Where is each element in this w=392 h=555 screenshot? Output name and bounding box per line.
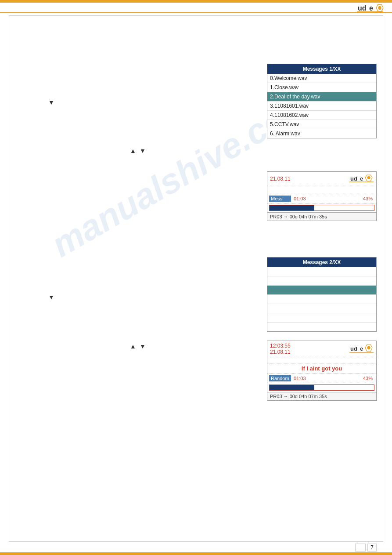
svg-text:ud: ud — [350, 175, 357, 182]
player-info-1: Mess 01:03 43% — [267, 194, 376, 203]
player-bottom-1: PR03 → 00d 04h 07m 35s — [267, 213, 376, 221]
arrow-down-1: ▼ — [48, 99, 54, 106]
progress-bar-inner-1 — [270, 205, 314, 210]
svg-marker-14 — [367, 346, 370, 349]
top-orange-bar — [0, 0, 392, 3]
progress-bar-outer-2 — [269, 385, 374, 391]
player-info-2: Random 01:03 43% — [267, 374, 376, 383]
bottom-orange-bar — [0, 552, 392, 555]
arrow-down-2: ▼ — [140, 147, 146, 154]
player-top-1: 21.08.11 ud e — [267, 172, 376, 186]
messages-row-6[interactable]: 6. Alarm.wav — [267, 129, 376, 138]
messages-row-1[interactable]: 1.Close.wav — [267, 83, 376, 92]
page-num-value: 7 — [367, 544, 377, 551]
player-date-1: 21.08.11 — [270, 176, 347, 182]
player-label-2: Random — [269, 375, 291, 381]
player-time-1: 01:03 — [291, 196, 309, 202]
ude-logo-top: ud e — [357, 4, 383, 11]
svg-text:e: e — [360, 175, 363, 182]
player-panel-2: 12:03:55 21.08.11 ud e If I aint got you… — [267, 341, 377, 401]
player-logo-2: ud e — [349, 343, 374, 356]
page-number-area: 7 — [355, 544, 377, 551]
messages-row2-0[interactable] — [267, 267, 376, 276]
svg-text:ud: ud — [350, 345, 357, 352]
messages-row-5[interactable]: 5.CCTV.wav — [267, 120, 376, 129]
messages-row2-4[interactable] — [267, 304, 376, 313]
messages-header-2: Messages 2/XX — [267, 258, 376, 267]
messages-row-3[interactable]: 3.11081601.wav — [267, 102, 376, 111]
messages-row-2-selected[interactable]: 2.Deal of the day.wav — [267, 92, 376, 102]
svg-text:e: e — [360, 345, 363, 352]
messages-row2-5[interactable] — [267, 313, 376, 323]
player-empty-1 — [267, 186, 376, 194]
messages-row2-3[interactable] — [267, 295, 376, 304]
progress-bar-inner-2 — [270, 385, 314, 390]
messages-row2-1[interactable] — [267, 276, 376, 286]
svg-text:ud: ud — [358, 4, 367, 12]
player-progress-1 — [267, 203, 376, 213]
player-logo-1: ud e — [347, 174, 374, 184]
svg-marker-4 — [378, 6, 381, 10]
arrow-down-3: ▼ — [48, 294, 54, 301]
player-bottom-2: PR03 → 00d 04h 07m 35s — [267, 392, 376, 400]
messages-panel-1: Messages 1/XX 0.Welcome.wav 1.Close.wav … — [267, 64, 377, 138]
messages-header-1: Messages 1/XX — [267, 64, 376, 74]
arrow-down-4: ▼ — [140, 343, 146, 350]
progress-bar-outer-1 — [269, 205, 374, 211]
player-pct-2: 43% — [361, 375, 374, 381]
messages-row-0[interactable]: 0.Welcome.wav — [267, 74, 376, 83]
player-panel-1: 21.08.11 ud e Mess 01:03 43% PR03 → 00d … — [267, 171, 377, 221]
messages-row2-6[interactable] — [267, 323, 376, 331]
player-label-1: Mess — [269, 196, 291, 202]
arrow-up-1: ▲ — [130, 147, 136, 154]
player-progress-2 — [267, 383, 376, 392]
messages-row2-2-selected[interactable] — [267, 286, 376, 295]
arrow-up-2: ▲ — [130, 343, 136, 350]
player-song-row: If I aint got you — [267, 363, 376, 374]
player-clock-2: 01:03 — [291, 375, 309, 381]
svg-text:e: e — [369, 4, 373, 12]
svg-marker-9 — [367, 176, 370, 179]
player-top-2: 12:03:55 21.08.11 ud e — [267, 341, 376, 357]
top-line — [0, 12, 392, 13]
player-pct-1: 43% — [361, 196, 374, 202]
player-empty-2 — [267, 357, 376, 363]
messages-panel-2: Messages 2/XX — [267, 257, 377, 332]
page-num-box — [355, 544, 366, 551]
messages-row-4[interactable]: 4.11081602.wav — [267, 111, 376, 120]
